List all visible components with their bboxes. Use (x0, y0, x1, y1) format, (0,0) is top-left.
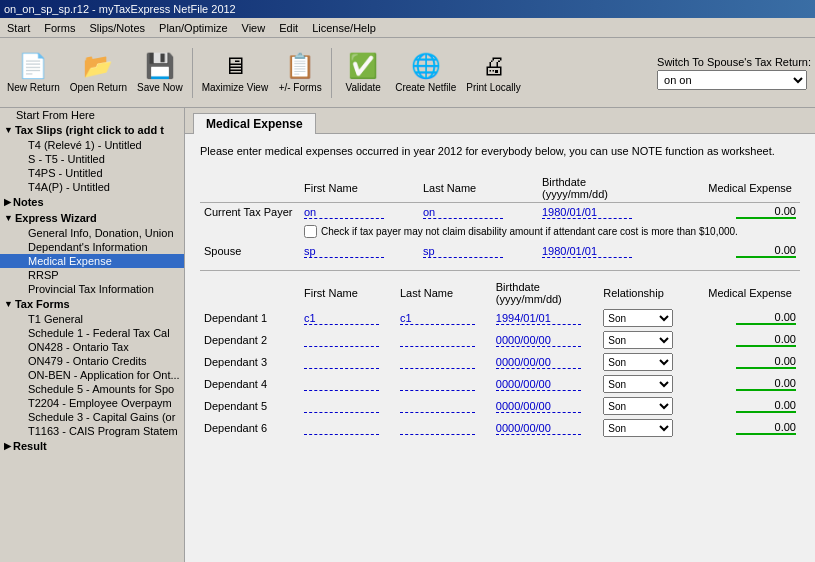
validate-button[interactable]: ✅ Validate (338, 43, 388, 103)
dep-label-1: Dependant 1 (200, 307, 300, 329)
sidebar-schedule1-item[interactable]: Schedule 1 - Federal Tax Cal (0, 326, 184, 340)
spouse-birthdate-input[interactable] (542, 245, 632, 258)
print-locally-icon: 🖨 (482, 52, 506, 80)
dep-firstname-input-6[interactable] (304, 422, 379, 435)
sidebar-tax-slips-section[interactable]: ▼ Tax Slips (right click to add t (0, 122, 184, 138)
dep-lastname-input-5[interactable] (400, 400, 475, 413)
current-tax-payer-lastname-input[interactable] (423, 206, 503, 219)
dep-birthdate-input-4[interactable] (496, 378, 581, 391)
dep-amount-input-3[interactable] (736, 355, 796, 369)
spouse-switch-select[interactable]: on on sp sp (657, 70, 807, 90)
sidebar-t2204-item[interactable]: T2204 - Employee Overpaym (0, 396, 184, 410)
dep-firstname-input-3[interactable] (304, 356, 379, 369)
plus-forms-button[interactable]: 📋 +/- Forms (275, 43, 325, 103)
tax-forms-label: Tax Forms (15, 298, 70, 310)
dep-lastname-input-1[interactable] (400, 312, 475, 325)
current-tax-payer-birthdate-input[interactable] (542, 206, 632, 219)
dep-relationship-select-6[interactable]: SonDaughterFatherMotherBrotherSisterOthe… (603, 419, 673, 437)
dep-amount-input-5[interactable] (736, 399, 796, 413)
dep-relationship-select-1[interactable]: SonDaughterFatherMotherBrotherSisterOthe… (603, 309, 673, 327)
sidebar-s-t5-item[interactable]: S - T5 - Untitled (0, 152, 184, 166)
dep-birthdate-input-2[interactable] (496, 334, 581, 347)
sidebar-provincial-tax-item[interactable]: Provincial Tax Information (0, 282, 184, 296)
spouse-amount-input[interactable] (736, 244, 796, 258)
dep-lastname-input-2[interactable] (400, 334, 475, 347)
create-netfile-button[interactable]: 🌐 Create Netfile (392, 43, 459, 103)
sidebar-start-from-here[interactable]: Start From Here (0, 108, 184, 122)
dep-firstname-input-1[interactable] (304, 312, 379, 325)
dep-amount-input-1[interactable] (736, 311, 796, 325)
sidebar-on428-item[interactable]: ON428 - Ontario Tax (0, 340, 184, 354)
dep-firstname-cell-1 (300, 307, 396, 329)
toolbar-separator-2 (331, 48, 332, 98)
dep-amount-input-6[interactable] (736, 421, 796, 435)
dep-lastname-cell-2 (396, 329, 492, 351)
sidebar-express-wizard-section[interactable]: ▼ Express Wizard (0, 210, 184, 226)
open-return-button[interactable]: 📂 Open Return (67, 43, 130, 103)
spouse-label: Spouse (200, 242, 300, 260)
menu-plan-optimize[interactable]: Plan/Optimize (156, 21, 230, 35)
spouse-lastname-input[interactable] (423, 245, 503, 258)
current-tax-payer-firstname-input[interactable] (304, 206, 384, 219)
dep-lastname-input-6[interactable] (400, 422, 475, 435)
maximize-view-button[interactable]: 🖥 Maximize View (199, 43, 272, 103)
open-return-label: Open Return (70, 82, 127, 93)
sidebar-result-section[interactable]: ▶ Result (0, 438, 184, 454)
menu-slips-notes[interactable]: Slips/Notes (86, 21, 148, 35)
dep-amount-input-4[interactable] (736, 377, 796, 391)
tax-payer-table: First Name Last Name Birthdate (yyyy/mm/… (200, 174, 800, 260)
sidebar-t1163-item[interactable]: T1163 - CAIS Program Statem (0, 424, 184, 438)
dep-relationship-cell-2: SonDaughterFatherMotherBrotherSisterOthe… (599, 329, 689, 351)
sidebar-general-info-item[interactable]: General Info, Donation, Union (0, 226, 184, 240)
dep-firstname-input-4[interactable] (304, 378, 379, 391)
dep-relationship-select-4[interactable]: SonDaughterFatherMotherBrotherSisterOthe… (603, 375, 673, 393)
save-now-button[interactable]: 💾 Save Now (134, 43, 186, 103)
dep-amount-input-2[interactable] (736, 333, 796, 347)
dep-birthdate-input-1[interactable] (496, 312, 581, 325)
current-tax-payer-amount-input[interactable] (736, 205, 796, 219)
sidebar-medical-expense-item[interactable]: Medical Expense (0, 254, 184, 268)
tab-bar: Medical Expense (185, 108, 815, 133)
dep-birthdate-input-6[interactable] (496, 422, 581, 435)
dep-relationship-select-2[interactable]: SonDaughterFatherMotherBrotherSisterOthe… (603, 331, 673, 349)
dep-firstname-cell-2 (300, 329, 396, 351)
sidebar-notes-section[interactable]: ▶ Notes (0, 194, 184, 210)
dep-birthdate-cell-1 (492, 307, 599, 329)
menu-edit[interactable]: Edit (276, 21, 301, 35)
sidebar-onben-item[interactable]: ON-BEN - Application for Ont... (0, 368, 184, 382)
dep-birthdate-cell-2 (492, 329, 599, 351)
dependant-row-4: Dependant 4 SonDaughterFatherMotherBroth… (200, 373, 800, 395)
print-locally-button[interactable]: 🖨 Print Locally (463, 43, 523, 103)
dep-birthdate-input-5[interactable] (496, 400, 581, 413)
dep-col-last-name: Last Name (396, 279, 492, 307)
dependant-row-2: Dependant 2 SonDaughterFatherMotherBroth… (200, 329, 800, 351)
dep-birthdate-input-3[interactable] (496, 356, 581, 369)
sidebar-on479-item[interactable]: ON479 - Ontario Credits (0, 354, 184, 368)
dep-firstname-input-5[interactable] (304, 400, 379, 413)
sidebar-tax-forms-section[interactable]: ▼ Tax Forms (0, 296, 184, 312)
spouse-firstname-input[interactable] (304, 245, 384, 258)
sidebar-schedule5-item[interactable]: Schedule 5 - Amounts for Spo (0, 382, 184, 396)
sidebar-t4ap-item[interactable]: T4A(P) - Untitled (0, 180, 184, 194)
tab-medical-expense[interactable]: Medical Expense (193, 113, 316, 134)
sidebar-t4-item[interactable]: T4 (Relevé 1) - Untitled (0, 138, 184, 152)
dep-lastname-input-4[interactable] (400, 378, 475, 391)
dep-firstname-input-2[interactable] (304, 334, 379, 347)
dep-lastname-input-3[interactable] (400, 356, 475, 369)
menu-forms[interactable]: Forms (41, 21, 78, 35)
new-return-button[interactable]: 📄 New Return (4, 43, 63, 103)
dep-birthdate-cell-5 (492, 395, 599, 417)
disability-checkbox[interactable] (304, 225, 317, 238)
sidebar-t1-general-item[interactable]: T1 General (0, 312, 184, 326)
sidebar-rrsp-item[interactable]: RRSP (0, 268, 184, 282)
notes-arrow: ▶ (4, 197, 11, 207)
sidebar-dependants-info-item[interactable]: Dependant's Information (0, 240, 184, 254)
dep-firstname-cell-4 (300, 373, 396, 395)
menu-view[interactable]: View (239, 21, 269, 35)
sidebar-schedule3-item[interactable]: Schedule 3 - Capital Gains (or (0, 410, 184, 424)
menu-license-help[interactable]: License/Help (309, 21, 379, 35)
sidebar-t4ps-item[interactable]: T4PS - Untitled (0, 166, 184, 180)
menu-start[interactable]: Start (4, 21, 33, 35)
dep-relationship-select-5[interactable]: SonDaughterFatherMotherBrotherSisterOthe… (603, 397, 673, 415)
dep-relationship-select-3[interactable]: SonDaughterFatherMotherBrotherSisterOthe… (603, 353, 673, 371)
